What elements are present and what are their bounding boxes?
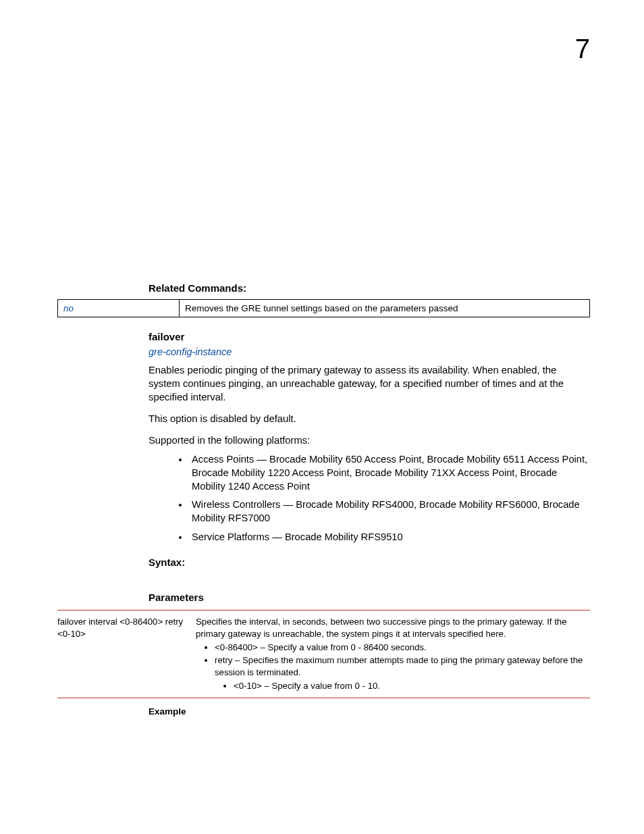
list-item: <0-86400> – Specify a value from 0 - 864… (215, 642, 590, 654)
platform-list: Access Points — Brocade Mobility 650 Acc… (189, 453, 590, 544)
failover-para-3: Supported in the following platforms: (149, 434, 590, 448)
example-section: Example (149, 706, 590, 716)
list-item: Wireless Controllers — Brocade Mobility … (189, 498, 590, 525)
gre-config-link[interactable]: gre-config-instance (149, 346, 590, 357)
param-syntax-cell: failover interval <0-86400> retry <0-10> (57, 616, 196, 692)
example-heading: Example (149, 706, 590, 716)
table-row: failover interval <0-86400> retry <0-10>… (57, 616, 590, 692)
rc-cmd-cell: no (58, 300, 180, 317)
related-commands-section: Related Commands: (149, 282, 590, 294)
parameters-section: Parameters (149, 592, 590, 603)
param-desc-cell: Specifies the interval, in seconds, betw… (196, 616, 590, 692)
list-item: <0-10> – Specify a value from 0 - 10. (234, 680, 590, 692)
list-item: Access Points — Brocade Mobility 650 Acc… (189, 453, 590, 494)
parameters-heading: Parameters (149, 592, 590, 603)
param-retry-text: retry – Specifies the maximum number att… (215, 655, 583, 677)
list-item: Service Platforms — Brocade Mobility RFS… (189, 531, 590, 544)
table-row: no Removes the GRE tunnel settings based… (58, 300, 590, 317)
failover-para-1: Enables periodic pinging of the primary … (149, 364, 590, 405)
failover-section: failover gre-config-instance Enables per… (149, 331, 590, 568)
parameters-table: failover interval <0-86400> retry <0-10>… (57, 610, 590, 698)
page: 7 Related Commands: no Removes the GRE t… (0, 0, 644, 834)
syntax-heading: Syntax: (149, 556, 590, 568)
failover-heading: failover (149, 331, 590, 342)
rc-desc-cell: Removes the GRE tunnel settings based on… (180, 300, 590, 317)
page-content: Related Commands: no Removes the GRE tun… (57, 282, 590, 716)
failover-para-2: This option is disabled by default. (149, 413, 590, 426)
param-desc-intro: Specifies the interval, in seconds, betw… (196, 617, 567, 639)
related-commands-table: no Removes the GRE tunnel settings based… (57, 299, 590, 317)
chapter-number: 7 (575, 34, 590, 64)
list-item: retry – Specifies the maximum number att… (215, 654, 590, 692)
related-commands-heading: Related Commands: (149, 282, 590, 294)
